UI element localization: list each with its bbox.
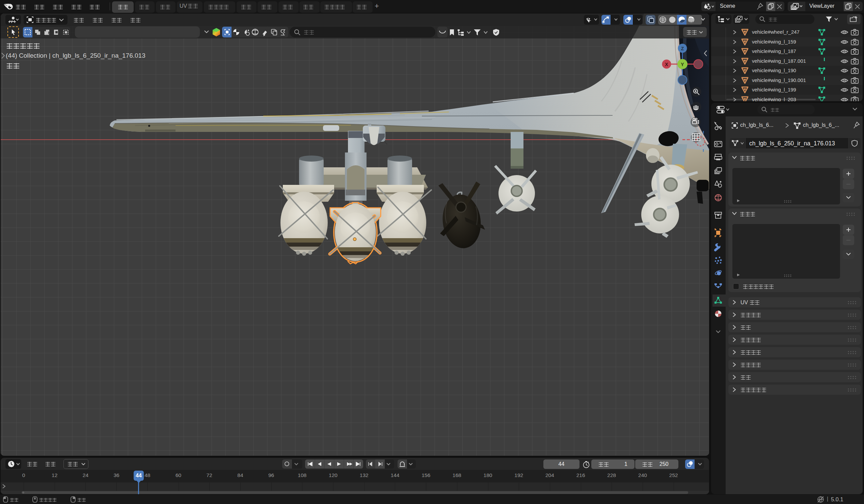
svg-text:Z: Z (681, 46, 684, 51)
svg-text:X: X (665, 62, 668, 67)
svg-text:Y: Y (681, 62, 684, 67)
